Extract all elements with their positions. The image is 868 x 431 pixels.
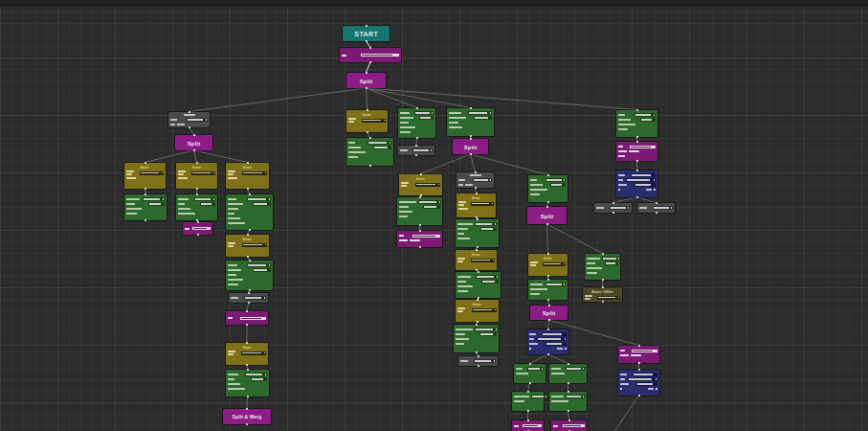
node-item-r2[interactable]: Item [528, 254, 568, 276]
node-item-m4[interactable]: Item [399, 174, 442, 195]
dropdown-field[interactable] [631, 173, 656, 177]
dropdown-field[interactable] [550, 183, 566, 187]
node-green-m4[interactable] [397, 197, 442, 225]
graph-canvas[interactable]: STARTSplitSplitItemItemItemItemItemSplit… [0, 0, 868, 431]
dropdown-field[interactable] [373, 146, 391, 149]
node-gray-l5[interactable] [229, 293, 268, 303]
dropdown-field[interactable] [244, 296, 266, 300]
node-green-b1[interactable] [514, 364, 545, 383]
dropdown-field[interactable] [545, 178, 566, 182]
node-split-main[interactable]: Split [346, 73, 386, 88]
node-green-l8[interactable] [226, 370, 269, 397]
dropdown-field[interactable] [241, 352, 266, 355]
dropdown-field[interactable] [473, 178, 492, 182]
dropdown-field[interactable] [418, 200, 441, 204]
dropdown-field[interactable] [471, 202, 494, 206]
dropdown-field[interactable] [143, 197, 165, 201]
node-purple-r6[interactable] [618, 346, 659, 363]
node-green-m7[interactable] [454, 325, 499, 352]
dropdown-field[interactable] [194, 197, 215, 201]
node-green-m3[interactable] [447, 108, 494, 136]
node-green-l4[interactable] [226, 261, 273, 290]
dropdown-field[interactable] [531, 395, 547, 398]
dropdown-field[interactable] [423, 205, 440, 209]
value-field[interactable] [632, 350, 657, 352]
checkbox-icon[interactable] [618, 189, 620, 191]
dropdown-field[interactable] [481, 280, 499, 284]
dropdown-field[interactable] [634, 113, 656, 117]
dropdown-field[interactable] [253, 202, 271, 206]
dropdown-field[interactable] [415, 183, 440, 187]
value-field[interactable] [563, 424, 585, 427]
dropdown-field[interactable] [628, 377, 657, 381]
dropdown-field[interactable] [475, 328, 498, 331]
dropdown-field[interactable] [468, 111, 492, 115]
dropdown-field[interactable] [597, 296, 620, 300]
value-field[interactable] [240, 317, 266, 320]
dropdown-field[interactable] [527, 367, 544, 371]
dropdown-field[interactable] [242, 243, 267, 247]
dropdown-field[interactable] [545, 283, 566, 286]
dropdown-field[interactable] [476, 275, 499, 279]
checkbox-icon[interactable] [620, 388, 622, 390]
node-green-b3[interactable] [512, 392, 544, 411]
node-gray-m5[interactable] [456, 172, 494, 188]
node-item-m1[interactable]: Item [346, 110, 388, 132]
dropdown-field[interactable] [475, 222, 497, 226]
dropdown-field[interactable] [474, 116, 492, 120]
node-gray-m2[interactable] [398, 146, 434, 155]
dropdown-field[interactable] [414, 111, 434, 115]
node-green-m5[interactable] [456, 219, 499, 247]
node-green-f1[interactable] [616, 110, 657, 137]
dropdown-field[interactable] [412, 148, 433, 152]
dropdown-field[interactable] [545, 342, 567, 346]
dropdown-field[interactable] [247, 197, 271, 201]
node-econ-offer[interactable]: Econ Offer [583, 287, 622, 302]
node-green-r3[interactable] [585, 254, 620, 280]
checkbox-icon[interactable] [654, 189, 656, 191]
dropdown-field[interactable] [251, 377, 267, 381]
node-item-l1[interactable]: Item [124, 163, 166, 189]
node-split-r1[interactable]: Split [527, 207, 567, 224]
node-purple-f2[interactable] [616, 142, 657, 161]
dropdown-field[interactable] [191, 171, 215, 175]
dropdown-field[interactable] [626, 178, 656, 182]
dropdown-field[interactable] [480, 227, 497, 231]
node-item-m5[interactable]: Item [456, 193, 496, 217]
checkbox-icon[interactable] [565, 348, 567, 350]
dropdown-field[interactable] [610, 206, 630, 210]
node-green-m2[interactable] [398, 108, 435, 138]
dropdown-field[interactable] [634, 183, 656, 187]
node-blue-f3[interactable] [616, 170, 657, 197]
node-green-r2[interactable] [528, 280, 568, 300]
node-item-l4[interactable]: Item [226, 235, 269, 257]
dropdown-field[interactable] [605, 261, 618, 265]
node-green-l1[interactable] [124, 194, 167, 220]
checkbox-icon[interactable] [656, 388, 657, 390]
dropdown-field[interactable] [543, 262, 566, 266]
node-split-mid[interactable]: Split [453, 139, 488, 154]
node-purple-l6[interactable] [226, 311, 268, 325]
dropdown-field[interactable] [187, 118, 208, 122]
dropdown-field[interactable] [479, 332, 497, 336]
dropdown-field[interactable] [474, 359, 496, 363]
dropdown-field[interactable] [542, 332, 567, 336]
dropdown-field[interactable] [200, 202, 215, 206]
dropdown-field[interactable] [362, 119, 386, 123]
node-blue-r5[interactable] [527, 329, 568, 354]
dropdown-field[interactable] [566, 367, 585, 371]
node-gray-m8[interactable] [458, 356, 498, 366]
value-field[interactable] [630, 146, 656, 148]
node-gray-top-left[interactable] [168, 112, 210, 127]
dropdown-field[interactable] [148, 202, 165, 206]
dropdown-field[interactable] [419, 116, 434, 120]
dropdown-field[interactable] [653, 206, 673, 210]
dropdown-field[interactable] [140, 171, 164, 175]
value-field[interactable] [523, 424, 542, 427]
node-purple-b5[interactable] [512, 420, 544, 431]
node-gray-f4[interactable] [594, 203, 632, 213]
value-field[interactable] [361, 54, 399, 57]
node-purple-l2[interactable] [183, 222, 212, 235]
dropdown-field[interactable] [566, 395, 585, 398]
node-purple-b6[interactable] [551, 420, 587, 431]
